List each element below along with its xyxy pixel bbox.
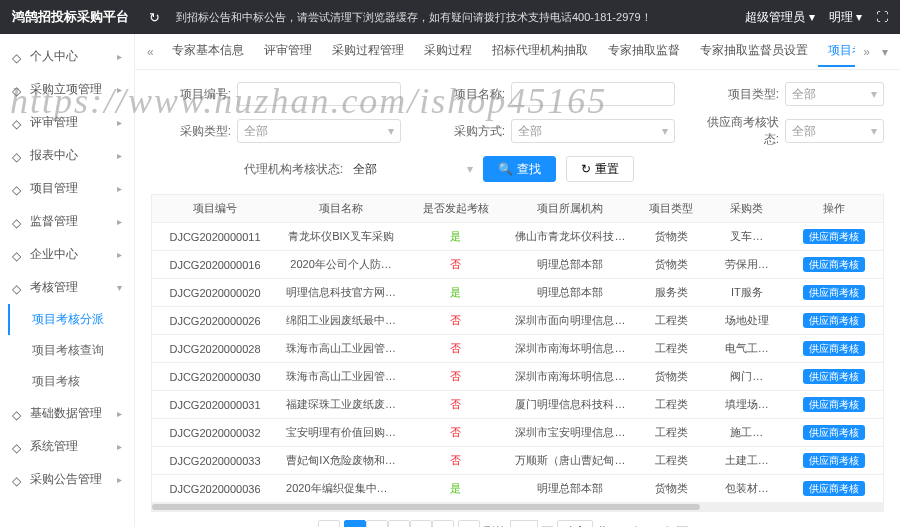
table-cell: 叉车…	[709, 223, 785, 251]
table-cell: 供应商考核	[785, 419, 883, 447]
project-name-input[interactable]	[511, 82, 675, 106]
data-table: 项目编号项目名称是否发起考核项目所属机构项目类型采购类操作 DJCG202000…	[152, 195, 883, 503]
sidebar-item[interactable]: ◇采购公告管理▸	[0, 463, 134, 496]
filter-label: 项目名称:	[425, 86, 505, 103]
table-cell: 电气工…	[709, 335, 785, 363]
sidebar-item[interactable]: ◇项目管理▸	[0, 172, 134, 205]
table-horizontal-scrollbar[interactable]	[152, 503, 883, 511]
row-action-button[interactable]: 供应商考核	[803, 229, 865, 244]
table-cell: 是	[404, 223, 507, 251]
agency-status-select[interactable]: 全部	[353, 161, 473, 178]
supplier-status-select[interactable]: 全部	[785, 119, 884, 143]
sidebar-item[interactable]: ◇报表中心▸	[0, 139, 134, 172]
reset-button[interactable]: ↻重置	[566, 156, 634, 182]
page-number-button[interactable]: 3	[388, 520, 410, 527]
page-number-button[interactable]: 1	[344, 520, 366, 527]
row-action-button[interactable]: 供应商考核	[803, 425, 865, 440]
row-action-button[interactable]: 供应商考核	[803, 481, 865, 496]
row-action-button[interactable]: 供应商考核	[803, 369, 865, 384]
sidebar-item[interactable]: ◇监督管理▸	[0, 205, 134, 238]
tabs-next-icon[interactable]: »	[859, 45, 874, 59]
sidebar-item-label: 企业中心	[30, 246, 78, 263]
sidebar-item[interactable]: ◇采购立项管理▸	[0, 73, 134, 106]
page-number-button[interactable]: 89	[432, 520, 454, 527]
table-row: DJCG20200000362020年编织促集中采…是明理总部本部货物类包装材……	[152, 475, 883, 503]
tab[interactable]: 专家抽取监督	[598, 36, 690, 67]
table-row: DJCG2020000033曹妃甸IX危险废物和…否万顺斯（唐山曹妃甸）环…工程…	[152, 447, 883, 475]
tab[interactable]: 项目考核分派	[818, 36, 856, 67]
sidebar-sub-item[interactable]: 项目考核查询	[22, 335, 134, 366]
row-action-button[interactable]: 供应商考核	[803, 341, 865, 356]
table-cell: 万顺斯（唐山曹妃甸）环…	[507, 447, 633, 475]
project-code-input[interactable]	[237, 82, 401, 106]
tab[interactable]: 采购过程	[414, 36, 482, 67]
sidebar: ◇个人中心▸◇采购立项管理▸◇评审管理▸◇报表中心▸◇项目管理▸◇监督管理▸◇企…	[0, 34, 135, 527]
tab[interactable]: 评审管理	[254, 36, 322, 67]
chevron-icon: ▸	[117, 408, 122, 419]
purchase-method-select[interactable]: 全部	[511, 119, 675, 143]
reset-icon: ↻	[581, 162, 591, 176]
table-cell: DJCG2020000036	[152, 475, 278, 503]
sidebar-item[interactable]: ◇基础数据管理▸	[0, 397, 134, 430]
table-cell: 劳保用…	[709, 251, 785, 279]
refresh-icon[interactable]: ↻	[149, 10, 160, 25]
tabs-prev-icon[interactable]: «	[143, 45, 158, 59]
goto-label: 到第	[484, 524, 506, 528]
purchase-type-select[interactable]: 全部	[237, 119, 401, 143]
table-cell: DJCG2020000026	[152, 307, 278, 335]
chevron-icon: ▸	[117, 216, 122, 227]
table-header: 项目编号	[152, 195, 278, 223]
tab[interactable]: 采购过程管理	[322, 36, 414, 67]
filter-label: 供应商考核状态:	[699, 114, 779, 148]
chevron-icon: ▸	[117, 441, 122, 452]
project-type-select[interactable]: 全部	[785, 82, 884, 106]
chevron-icon: ▸	[117, 150, 122, 161]
sidebar-item[interactable]: ◇评审管理▸	[0, 106, 134, 139]
page-prev-button[interactable]: ‹	[318, 520, 340, 527]
sidebar-item-label: 采购立项管理	[30, 81, 102, 98]
table-cell: 否	[404, 335, 507, 363]
row-action-button[interactable]: 供应商考核	[803, 453, 865, 468]
top-bar: 鸿鹄招投标采购平台 ↻ 到招标公告和中标公告，请尝试清理下浏览器缓存，如有疑问请…	[0, 0, 900, 34]
menu-icon: ◇	[12, 282, 24, 294]
tab[interactable]: 专家抽取监督员设置	[690, 36, 818, 67]
sidebar-item[interactable]: ◇个人中心▸	[0, 40, 134, 73]
tab[interactable]: 招标代理机构抽取	[482, 36, 598, 67]
per-page-select[interactable]: 10 条/页	[647, 520, 717, 527]
table-cell: 包装材…	[709, 475, 785, 503]
table-header: 项目名称	[278, 195, 404, 223]
sidebar-sub-item[interactable]: 项目考核分派	[8, 304, 134, 335]
table-cell: 宝安明理有价值回购…	[278, 419, 404, 447]
menu-icon: ◇	[12, 51, 24, 63]
goto-page-input[interactable]	[510, 520, 538, 527]
skin-menu[interactable]: 明理 ▾	[829, 9, 862, 26]
table-cell: 2020年公司个人防…	[278, 251, 404, 279]
search-button[interactable]: 🔍查找	[483, 156, 556, 182]
tabs-menu-icon[interactable]: ▾	[878, 45, 892, 59]
table-row: DJCG2020000026绵阳工业园废纸最中…否深圳市面向明理信息科技…工程类…	[152, 307, 883, 335]
sidebar-sub-item[interactable]: 项目考核	[22, 366, 134, 397]
fullscreen-icon[interactable]: ⛶	[876, 10, 888, 24]
sidebar-item[interactable]: ◇企业中心▸	[0, 238, 134, 271]
table-cell: 明理总部本部	[507, 251, 633, 279]
page-number-button[interactable]: 2	[366, 520, 388, 527]
table-cell: 供应商考核	[785, 335, 883, 363]
tab[interactable]: 专家基本信息	[162, 36, 254, 67]
sidebar-item[interactable]: ◇考核管理▾	[0, 271, 134, 304]
row-action-button[interactable]: 供应商考核	[803, 257, 865, 272]
table-cell: 供应商考核	[785, 475, 883, 503]
user-menu[interactable]: 超级管理员 ▾	[745, 9, 814, 26]
table-cell: DJCG2020000028	[152, 335, 278, 363]
goto-confirm-button[interactable]: 确定	[557, 520, 593, 527]
table-cell: 工程类	[633, 447, 709, 475]
sidebar-item-label: 基础数据管理	[30, 405, 102, 422]
chevron-icon: ▾	[117, 282, 122, 293]
table-cell: 深圳市面向明理信息科技…	[507, 307, 633, 335]
row-action-button[interactable]: 供应商考核	[803, 313, 865, 328]
sidebar-item[interactable]: ◇系统管理▸	[0, 430, 134, 463]
page-next-button[interactable]: ›	[458, 520, 480, 527]
row-action-button[interactable]: 供应商考核	[803, 285, 865, 300]
row-action-button[interactable]: 供应商考核	[803, 397, 865, 412]
table-cell: 场地处理	[709, 307, 785, 335]
table-cell: IT服务	[709, 279, 785, 307]
